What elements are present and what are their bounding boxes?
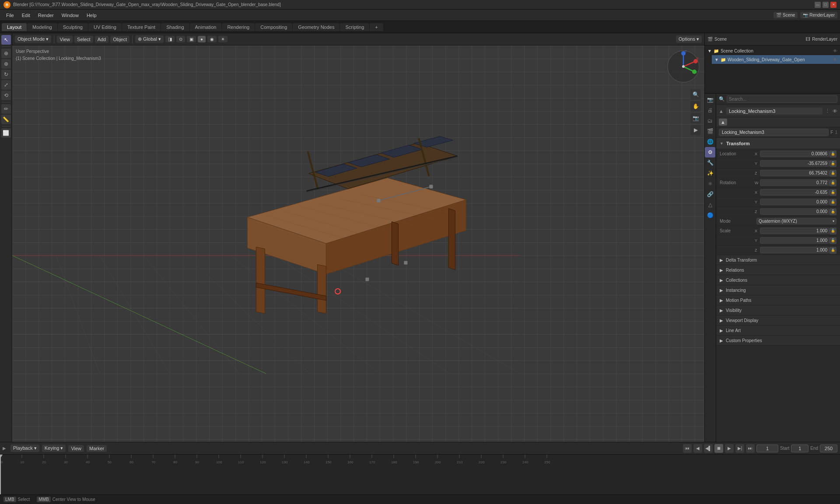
- motion-paths-header[interactable]: ▶ Motion Paths: [716, 295, 840, 305]
- tool-move[interactable]: ⊕: [1, 59, 11, 69]
- viewport-shading-solid[interactable]: ●: [198, 36, 206, 42]
- rotation-w-lock[interactable]: 🔓: [830, 179, 836, 186]
- rotation-z-lock[interactable]: 🔓: [830, 208, 836, 215]
- props-icon-material[interactable]: 🔵: [705, 210, 715, 220]
- tab-layout[interactable]: Layout: [2, 23, 27, 31]
- tab-texture-paint[interactable]: Texture Paint: [122, 23, 161, 31]
- marker-menu[interactable]: Marker: [87, 445, 107, 452]
- end-frame-input[interactable]: [820, 444, 837, 452]
- transform-section-header[interactable]: ▼ Transform: [716, 138, 840, 149]
- object-eye-btn[interactable]: 👁: [833, 108, 837, 114]
- object-menu-btn[interactable]: ⋮: [825, 108, 830, 114]
- visibility-header[interactable]: ▶ Visibility: [716, 305, 840, 315]
- viewport-select-menu[interactable]: Select: [74, 36, 93, 43]
- tool-cursor[interactable]: ⊕: [1, 49, 11, 58]
- render-preview-btn[interactable]: ▶: [690, 125, 701, 135]
- menu-edit[interactable]: Edit: [18, 12, 34, 19]
- props-icon-particle[interactable]: ✨: [705, 168, 715, 178]
- tab-geometry-nodes[interactable]: Geometry Nodes: [293, 23, 340, 31]
- tool-rotate[interactable]: ↻: [1, 70, 11, 79]
- location-z-lock[interactable]: 🔓: [830, 170, 836, 177]
- props-icon-physics[interactable]: ⚛: [705, 178, 715, 189]
- tool-select[interactable]: ↖: [1, 35, 11, 45]
- props-search-input[interactable]: [727, 95, 837, 103]
- custom-properties-header[interactable]: ▶ Custom Properties: [716, 336, 840, 345]
- window-controls[interactable]: — □ ✕: [815, 2, 836, 8]
- menu-window[interactable]: Window: [58, 12, 82, 19]
- playback-menu[interactable]: Playback ▾: [10, 444, 39, 452]
- location-x-field[interactable]: 0.00806: [760, 150, 830, 157]
- scale-x-field[interactable]: 1.000: [760, 228, 830, 234]
- rotation-mode-dropdown[interactable]: Quaternion (WXYZ) ▾: [756, 218, 836, 224]
- tab-add[interactable]: +: [370, 23, 383, 31]
- scene-collection-eye[interactable]: 👁: [833, 49, 837, 53]
- camera-btn[interactable]: 📷: [690, 113, 701, 123]
- viewport-view-menu[interactable]: View: [57, 36, 73, 43]
- tool-transform[interactable]: ⟲: [1, 91, 11, 100]
- tool-measure[interactable]: 📏: [1, 115, 11, 124]
- rotation-w-field[interactable]: 0.772: [760, 179, 830, 186]
- viewport-display-header[interactable]: ▶ Viewport Display: [716, 315, 840, 325]
- jump-to-end-btn[interactable]: ⏭: [746, 444, 755, 453]
- viewport-add-menu[interactable]: Add: [95, 36, 109, 43]
- viewport-global[interactable]: ⊕ Global ▾: [135, 35, 164, 43]
- location-y-field[interactable]: -35.67259: [760, 160, 830, 167]
- props-icon-scene[interactable]: 🎬: [705, 126, 715, 136]
- tab-animation[interactable]: Animation: [190, 23, 222, 31]
- tab-uv-editing[interactable]: UV Editing: [88, 23, 122, 31]
- zoom-to-fit-btn[interactable]: 🔍: [690, 89, 701, 100]
- timeline-view-menu[interactable]: View: [68, 445, 84, 452]
- viewport-shading-render[interactable]: ☀: [218, 36, 228, 42]
- delta-transform-header[interactable]: ▶ Delta Transform: [716, 255, 840, 265]
- renderlayer-selector[interactable]: 📷 RenderLayer: [800, 12, 837, 18]
- props-icon-object[interactable]: ⚙: [705, 147, 715, 158]
- viewport-shading-wire[interactable]: ▣: [187, 36, 196, 42]
- navigation-gizmo[interactable]: X Y Z: [666, 49, 701, 84]
- menu-file[interactable]: File: [3, 12, 18, 19]
- object-name-display[interactable]: Locking_Mechanism3: [726, 108, 822, 115]
- tab-rendering[interactable]: Rendering: [222, 23, 255, 31]
- rotation-x-lock[interactable]: 🔓: [830, 189, 836, 196]
- relations-header[interactable]: ▶ Relations: [716, 265, 840, 275]
- props-icon-world[interactable]: 🌐: [705, 136, 715, 147]
- minimize-button[interactable]: —: [815, 2, 821, 8]
- outliner-item-scene-collection[interactable]: ▼ 📁 Scene Collection 👁: [705, 46, 840, 55]
- rotation-x-field[interactable]: -0.635: [760, 189, 830, 196]
- props-icon-output[interactable]: 🖨: [705, 105, 715, 116]
- stop-btn[interactable]: ⏹: [714, 444, 723, 453]
- rotation-y-lock[interactable]: 🔓: [830, 199, 836, 206]
- scene-selector[interactable]: 🎬 Scene: [774, 12, 798, 18]
- viewport-overlay[interactable]: ⊙: [176, 36, 185, 42]
- menu-help[interactable]: Help: [83, 12, 100, 19]
- viewport-mode-select[interactable]: Object Mode ▾: [15, 35, 51, 43]
- frame-back-btn[interactable]: ◀: [693, 444, 702, 453]
- play-forward-btn[interactable]: ▶: [725, 444, 734, 453]
- viewport-options-btn[interactable]: Options ▾: [676, 35, 702, 43]
- scale-z-field[interactable]: 1.000: [760, 247, 830, 253]
- outliner-item-gate[interactable]: ▼ 📁 Wooden_Sliding_Driveway_Gate_Open 👁: [712, 55, 840, 64]
- collections-header[interactable]: ▶ Collections: [716, 275, 840, 285]
- props-icon-data[interactable]: △: [705, 200, 715, 210]
- tab-modeling[interactable]: Modeling: [27, 23, 57, 31]
- prop-icon-object-active[interactable]: ▲: [719, 119, 727, 126]
- props-icon-modifier[interactable]: 🔧: [705, 158, 715, 168]
- viewport-canvas[interactable]: User Perspective (1) Scene Collection | …: [12, 46, 704, 442]
- props-icon-constraints[interactable]: 🔗: [705, 189, 715, 200]
- location-y-lock[interactable]: 🔓: [830, 160, 836, 167]
- scale-x-lock[interactable]: 🔓: [830, 228, 836, 234]
- props-icon-render[interactable]: 📷: [705, 94, 715, 105]
- instancing-header[interactable]: ▶ Instancing: [716, 285, 840, 295]
- prop-object-name-field[interactable]: Locking_Mechanism3: [719, 129, 829, 136]
- viewport-shading-material[interactable]: ◉: [207, 36, 217, 42]
- start-frame-input[interactable]: [791, 444, 808, 452]
- location-x-lock[interactable]: 🔓: [830, 150, 836, 158]
- prop-fake-user-btn[interactable]: F: [830, 130, 833, 135]
- tab-sculpting[interactable]: Sculpting: [58, 23, 88, 31]
- scale-z-lock[interactable]: 🔓: [830, 247, 836, 254]
- viewport-object-menu[interactable]: Object: [110, 36, 130, 43]
- frame-forward-btn[interactable]: ▶|: [735, 444, 744, 453]
- close-button[interactable]: ✕: [830, 2, 836, 8]
- jump-to-start-btn[interactable]: ⏮: [683, 444, 692, 453]
- props-icon-view-layer[interactable]: 🗂: [705, 116, 715, 126]
- timeline-ruler[interactable]: 0 10 20 30 40 50 60 70 80 90 1: [0, 455, 840, 494]
